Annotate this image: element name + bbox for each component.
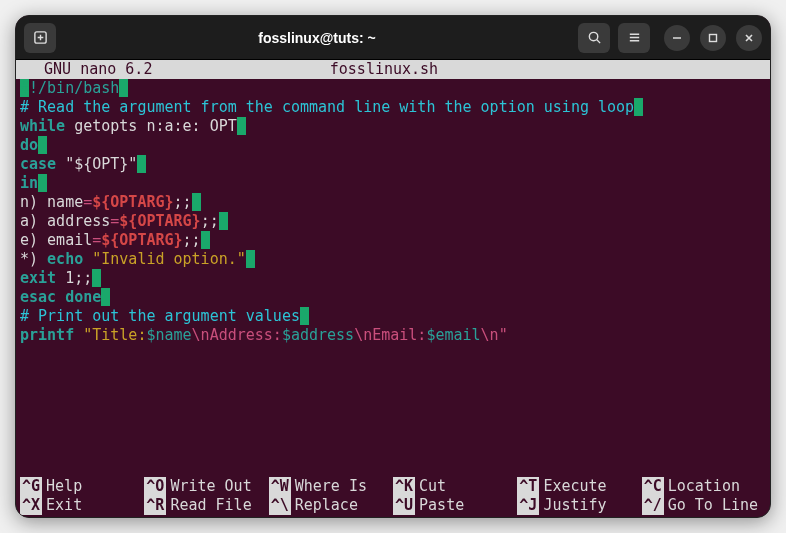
shortcut-writeout: ^OWrite Out [144,477,268,496]
terminal-window: fosslinux@tuts: ~ GNU nano 6.2 fosslinux… [15,15,771,518]
shortcut-key: ^W [269,477,291,496]
shortcut-key: ^X [20,496,42,515]
code-line: esac done [20,288,766,307]
menu-button[interactable] [618,23,650,53]
shortcut-key: ^O [144,477,166,496]
code-line: case "${OPT}" [20,155,766,174]
minimize-button[interactable] [664,25,690,51]
shortcut-readfile: ^RRead File [144,496,268,515]
shortcut-help: ^GHelp [20,477,144,496]
shortcut-label: Help [46,477,82,496]
terminal-body[interactable]: GNU nano 6.2 fosslinux.sh #!/bin/bash # … [16,60,770,517]
shortcut-label: Location [668,477,740,496]
shortcut-paste: ^UPaste [393,496,517,515]
titlebar: fosslinux@tuts: ~ [16,16,770,60]
shortcut-label: Paste [419,496,464,515]
code-line: exit 1;; [20,269,766,288]
shortcut-key: ^J [517,496,539,515]
shortcut-key: ^C [642,477,664,496]
shortcut-label: Execute [543,477,606,496]
nano-header: GNU nano 6.2 fosslinux.sh [16,60,770,79]
editor-content[interactable]: #!/bin/bash # Read the argument from the… [16,79,770,477]
window-title: fosslinux@tuts: ~ [64,30,570,46]
shortcut-gotoline: ^/Go To Line [642,496,766,515]
maximize-button[interactable] [700,25,726,51]
svg-rect-2 [710,34,717,41]
shortcut-key: ^U [393,496,415,515]
svg-point-1 [589,32,597,40]
search-button[interactable] [578,23,610,53]
code-line: a) address=${OPTARG};; [20,212,766,231]
code-line: # Read the argument from the command lin… [20,98,766,117]
code-line: printf "Title:$name\nAddress:$address\nE… [20,326,766,345]
shortcut-key: ^/ [642,496,664,515]
shortcut-label: Justify [543,496,606,515]
shortcut-key: ^K [393,477,415,496]
nano-filename: fosslinux.sh [152,60,615,79]
shortcut-replace: ^\Replace [269,496,393,515]
shortcut-label: Write Out [170,477,251,496]
code-line: # Print out the argument values [20,307,766,326]
shortcut-label: Cut [419,477,446,496]
shortcut-cut: ^KCut [393,477,517,496]
shortcut-whereis: ^WWhere Is [269,477,393,496]
shortcut-key: ^\ [269,496,291,515]
code-line: do [20,136,766,155]
shortcut-justify: ^JJustify [517,496,641,515]
shortcut-label: Where Is [295,477,367,496]
shortcut-key: ^T [517,477,539,496]
code-line: *) echo "Invalid option." [20,250,766,269]
shortcut-label: Replace [295,496,358,515]
shortcut-label: Go To Line [668,496,758,515]
shortcut-execute: ^TExecute [517,477,641,496]
shortcut-exit: ^XExit [20,496,144,515]
shortcut-key: ^G [20,477,42,496]
code-line: #!/bin/bash [20,79,766,98]
nano-shortcuts: ^GHelp ^XExit ^OWrite Out ^RRead File ^W… [16,477,770,517]
code-line: e) email=${OPTARG};; [20,231,766,250]
nano-right-pad [616,60,761,79]
shortcut-label: Read File [170,496,251,515]
close-button[interactable] [736,25,762,51]
shortcut-label: Exit [46,496,82,515]
window-controls [664,25,762,51]
nano-version: GNU nano 6.2 [26,60,152,79]
shortcut-key: ^R [144,496,166,515]
code-line: n) name=${OPTARG};; [20,193,766,212]
code-line: while getopts n:a:e: OPT [20,117,766,136]
shortcut-location: ^CLocation [642,477,766,496]
new-tab-button[interactable] [24,23,56,53]
code-line: in [20,174,766,193]
